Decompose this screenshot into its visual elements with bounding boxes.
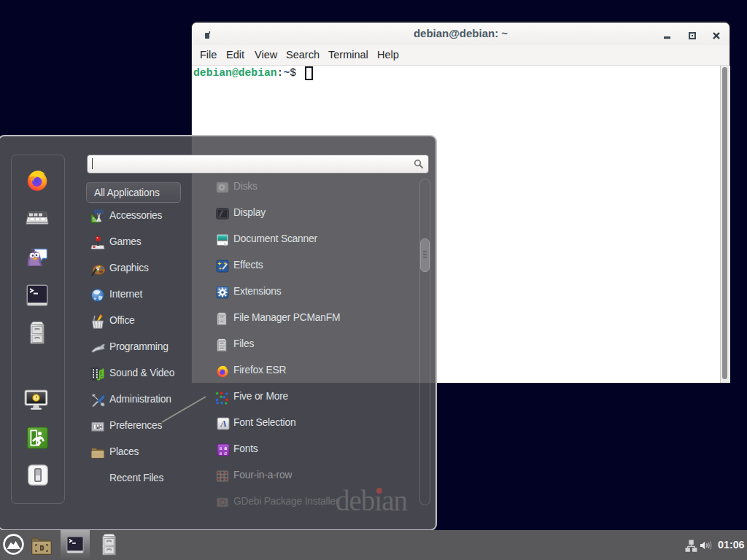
svg-text:a: a <box>224 450 227 456</box>
svg-text:A: A <box>220 418 227 429</box>
